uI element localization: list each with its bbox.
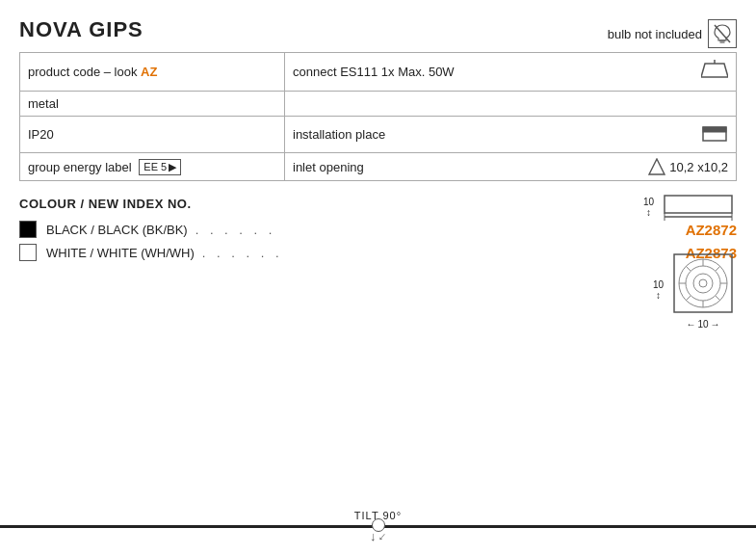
bulb-note: bulb not included [608,19,737,48]
svg-line-22 [716,266,720,271]
side-dim-label: 10 [643,197,654,207]
side-dim-arrow: ↕ [646,207,651,218]
spec-energy-label: group energy label EE 5 ▶ [20,153,285,181]
colour-section: COLOUR / NEW INDEX NO. BLACK / BLACK (BK… [19,197,737,261]
energy-badge: EE 5 ▶ [139,159,181,175]
tilt-bar [0,525,756,528]
svg-point-14 [686,266,720,301]
inlet-dimension: 10,2 x10,2 [648,158,728,175]
spec-installation: installation place [285,117,737,153]
svg-rect-8 [665,196,732,213]
bulb-note-text: bulb not included [608,27,702,41]
top-dim-arrow: ↕ [656,290,661,301]
diagrams: 10 ↕ 10 ↕ [643,188,737,330]
spec-row-ip: IP20 installation place [20,117,737,153]
swatch-white [19,244,37,261]
spec-product-code: product code – look AZ [20,53,285,92]
look-code: AZ [141,65,157,79]
swatch-black [19,221,37,238]
colour-item-black: BLACK / BLACK (BK/BK) . . . . . . AZ2872 [19,221,737,238]
spec-inlet: inlet opening 10,2 x10,2 [285,153,737,181]
spec-ip20: IP20 [20,117,285,153]
bulb-not-included-icon [708,19,737,48]
spec-metal: metal [20,92,285,117]
spec-row-metal: metal [20,92,737,117]
colour-list: BLACK / BLACK (BK/BK) . . . . . . AZ2872… [19,221,737,261]
tilt-arrows: ↓ ↓ [370,529,386,543]
installation-icon [701,121,728,147]
svg-marker-7 [649,159,665,174]
dots-white: . . . . . . [202,246,283,260]
colour-label-black: BLACK / BLACK (BK/BK) [46,223,188,237]
colour-item-white: WHITE / WHITE (WH/WH) . . . . . . AZ2873 [19,244,737,261]
svg-line-23 [686,296,691,301]
spec-row-1: product code – look AZ connect ES111 1x … [20,53,737,92]
colour-label-white: WHITE / WHITE (WH/WH) [46,246,195,260]
arrow-down-right-icon: ↓ [376,529,390,544]
svg-rect-6 [703,127,726,132]
colour-section-title: COLOUR / NEW INDEX NO. [19,197,737,211]
svg-line-24 [716,296,720,301]
arrow-down-icon: ↓ [370,529,377,543]
top-view-diagram: 10 ↕ [653,250,737,330]
bottom-dim-label: ← [686,319,695,330]
svg-point-15 [693,274,713,293]
svg-line-21 [686,266,691,271]
dots-black: . . . . . . [196,223,276,237]
side-view-svg [660,188,737,226]
spec-connect: connect ES111 1x Max. 50W [285,53,737,92]
tilt-line-area: ↓ ↓ [0,525,756,528]
svg-marker-3 [701,64,728,77]
top-view-svg [669,250,737,317]
es111-connector-icon [701,58,728,86]
svg-point-16 [699,279,707,287]
specs-table: product code – look AZ connect ES111 1x … [19,52,737,181]
top-dim-label: 10 [653,279,664,290]
page: NOVA GIPS bulb not included product code… [0,0,756,555]
side-view-diagram: 10 ↕ [643,188,737,226]
spec-row-energy: group energy label EE 5 ▶ inlet opening … [20,153,737,181]
tilt-section: TILT 90° ↓ ↓ [0,510,756,528]
